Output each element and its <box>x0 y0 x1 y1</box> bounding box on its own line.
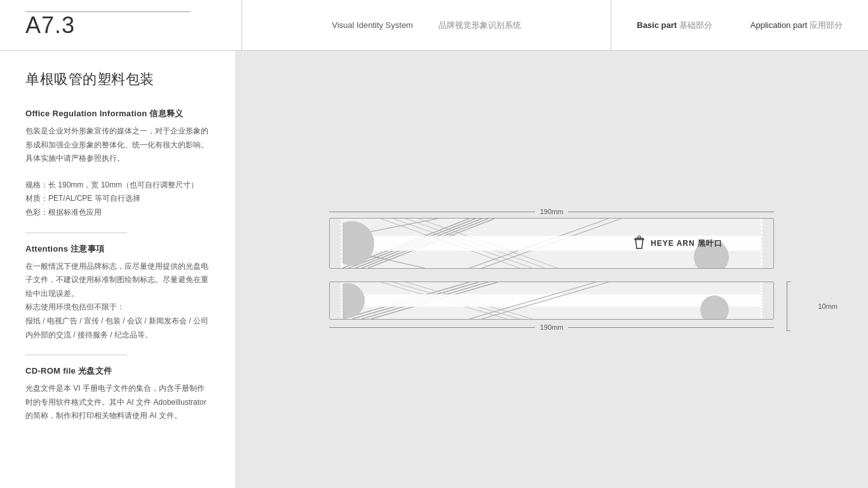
circle-right-bottom <box>700 295 729 319</box>
left-panel: 单根吸管的塑料包装 Office Regulation Information … <box>0 51 235 488</box>
straw-package-bottom <box>329 281 774 320</box>
nav-basic: Basic part 基础部分 <box>637 20 712 31</box>
header: A7.3 Visual Identity System 品牌视觉形象识别系统 B… <box>0 0 868 51</box>
logo-heye: HEYE <box>651 239 674 248</box>
header-top-line <box>25 11 191 12</box>
measure-top-line: 190mm <box>329 208 774 215</box>
edge-right-top <box>761 219 773 268</box>
vis-cn: 品牌视觉形象识别系统 <box>438 20 521 31</box>
measure-side-label: 10mm <box>818 302 837 310</box>
bracket-line <box>787 281 787 331</box>
svg-rect-25 <box>342 294 761 306</box>
vis-en: Visual Identity System <box>332 20 413 30</box>
edge-left-bottom <box>330 282 342 319</box>
logo-icon <box>630 234 648 252</box>
section-attentions: Attentions 注意事項 在一般情况下使用品牌标志，应尽量使用提供的光盘电… <box>25 243 210 342</box>
main-content: 单根吸管的塑料包装 Office Regulation Information … <box>0 51 868 488</box>
header-center: Visual Identity System 品牌视觉形象识别系统 <box>241 0 611 50</box>
section-attentions-heading: Attentions 注意事項 <box>25 243 210 255</box>
right-panel: 190mm <box>235 51 868 488</box>
svg-rect-15 <box>630 234 648 252</box>
page-number: A7.3 <box>25 12 241 39</box>
section-cdrom-text: 光盘文件是本 VI 手册电子文件的集合，内含手册制作时的专用软件格式文件。其中 … <box>25 382 210 423</box>
pkg-content-top: HEYE ARN 黑叶口 <box>342 219 761 268</box>
edge-left-top <box>330 219 342 268</box>
measure-top-label: 190mm <box>535 208 569 215</box>
header-left: A7.3 <box>25 12 241 39</box>
logo-arn: ARN 黑叶口 <box>677 238 722 249</box>
main-title: 单根吸管的塑料包装 <box>25 70 210 89</box>
measure-bottom-label: 190mm <box>535 323 569 331</box>
section-cdrom: CD-ROM file 光盘文件 光盘文件是本 VI 手册电子文件的集合，内含手… <box>25 365 210 423</box>
section-info-text: 包装是企业对外形象宣传的媒体之一，对于企业形象的形成和加强企业形象的整体化、统一… <box>25 125 210 166</box>
divider-2 <box>25 355 127 355</box>
measure-bottom-line: 190mm <box>329 323 774 331</box>
pkg-svg-bottom <box>342 282 761 319</box>
section-info: Office Regulation Information 信息释义 包装是企业… <box>25 108 210 166</box>
edge-right-bottom <box>761 282 773 319</box>
header-right: Basic part 基础部分 Application part 应用部分 <box>611 20 843 31</box>
specs-text: 规格：长 190mm，宽 10mm（也可自行调整尺寸）材质：PET/AL/CPE… <box>25 179 210 220</box>
diagram-bottom: 10mm 190mm <box>329 281 774 331</box>
section-specs: 规格：长 190mm，宽 10mm（也可自行调整尺寸）材质：PET/AL/CPE… <box>25 179 210 220</box>
section-info-heading: Office Regulation Information 信息释义 <box>25 108 210 119</box>
section-attentions-text: 在一般情况下使用品牌标志，应尽量使用提供的光盘电子文件，不建议使用标准制图绘制标… <box>25 260 210 342</box>
section-cdrom-heading: CD-ROM file 光盘文件 <box>25 365 210 377</box>
package-top-wrapper: HEYE ARN 黑叶口 <box>329 218 774 269</box>
right-bracket: 10mm <box>780 281 806 331</box>
diagrams-container: 190mm <box>267 208 836 331</box>
diagram-top: 190mm <box>267 208 836 269</box>
pkg-content-bottom <box>342 282 761 319</box>
divider-1 <box>25 233 127 233</box>
pkg-logo: HEYE ARN 黑叶口 <box>630 234 722 252</box>
bottom-wrapper: 10mm 190mm <box>329 281 774 331</box>
nav-application: Application part 应用部分 <box>750 20 843 31</box>
straw-package-top: HEYE ARN 黑叶口 <box>329 218 774 269</box>
